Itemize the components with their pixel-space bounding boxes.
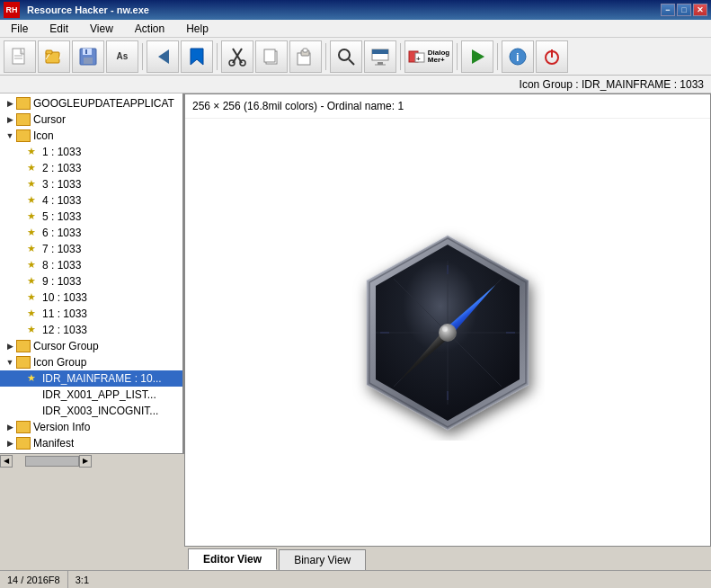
label-manifest: Manifest [33, 437, 74, 450]
tree-item-icon-7[interactable]: ★ 7 : 1033 [0, 241, 182, 257]
svg-text:i: i [516, 50, 520, 64]
tab-binary-view[interactable]: Binary View [279, 549, 366, 570]
label-icon-11: 11 : 1033 [42, 307, 87, 320]
separator-5 [457, 43, 458, 70]
leaf-icon-idr-x003 [27, 405, 40, 417]
separator-2 [217, 43, 218, 70]
tree-item-icon-5[interactable]: ★ 5 : 1033 [0, 209, 182, 225]
menu-edit[interactable]: Edit [42, 21, 76, 37]
tree-item-icon[interactable]: ▼ Icon [0, 128, 182, 144]
close-button[interactable]: ✕ [693, 4, 707, 16]
resource-button[interactable] [364, 40, 396, 73]
search-button[interactable] [330, 40, 362, 73]
tree-item-googleupdate[interactable]: ▶ GOOGLEUPDATEAPPLICAT [0, 95, 182, 111]
svg-marker-11 [158, 49, 169, 64]
back-button[interactable] [147, 40, 179, 73]
separator-3 [325, 43, 326, 70]
compass-image [340, 225, 555, 441]
label-icon: Icon [33, 129, 54, 142]
tree-item-icon-8[interactable]: ★ 8 : 1033 [0, 257, 182, 273]
expander-cursor-group[interactable]: ▶ [4, 340, 16, 352]
label-icon-2: 2 : 1033 [42, 162, 81, 174]
tree-item-icon-2[interactable]: ★ 2 : 1033 [0, 160, 182, 176]
separator-1 [142, 43, 143, 70]
label-cursor: Cursor [33, 113, 66, 126]
menu-help[interactable]: Help [179, 21, 216, 37]
tree-item-idr-mainframe[interactable]: ★ IDR_MAINFRAME : 10... [0, 370, 182, 387]
label-version-info: Version Info [33, 421, 90, 433]
tree-scroll-thumb[interactable] [25, 456, 79, 467]
folder-icon-icon-group [16, 356, 31, 369]
tree-item-version-info[interactable]: ▶ Version Info [0, 419, 182, 435]
menu-view[interactable]: View [83, 21, 120, 37]
tree-item-cursor[interactable]: ▶ Cursor [0, 111, 182, 128]
star-icon-12: ★ [27, 324, 40, 336]
tab-editor-view[interactable]: Editor View [188, 548, 277, 570]
tree-item-idr-x001[interactable]: IDR_X001_APP_LIST... [0, 387, 182, 403]
tree-item-icon-6[interactable]: ★ 6 : 1033 [0, 225, 182, 241]
svg-point-49 [442, 326, 448, 332]
label-cursor-group: Cursor Group [33, 340, 99, 352]
leaf-icon-idr-x001 [27, 388, 40, 401]
info-bar: Icon Group : IDR_MAINFRAME : 1033 [0, 76, 711, 94]
info-text: Icon Group : IDR_MAINFRAME : 1033 [520, 78, 704, 91]
svg-rect-9 [84, 58, 93, 64]
expander-manifest[interactable]: ▶ [4, 437, 16, 450]
tree-item-icon-3[interactable]: ★ 3 : 1033 [0, 176, 182, 192]
label-icon-9: 9 : 1033 [42, 275, 81, 288]
image-info: 256 × 256 (16.8mil colors) - Ordinal nam… [185, 94, 710, 119]
expander-icon-group[interactable]: ▼ [4, 356, 16, 369]
maximize-button[interactable]: □ [677, 4, 691, 16]
tree-item-icon-4[interactable]: ★ 4 : 1033 [0, 192, 182, 209]
content-panel: 256 × 256 (16.8mil colors) - Ordinal nam… [184, 94, 711, 570]
bookmark-button[interactable] [181, 40, 213, 73]
expander-cursor[interactable]: ▶ [4, 113, 16, 126]
expander-googleupdate[interactable]: ▶ [4, 97, 16, 110]
label-icon-group: Icon Group [33, 356, 86, 369]
cut-button[interactable] [221, 40, 253, 73]
minimize-button[interactable]: − [661, 4, 675, 16]
tree-panel[interactable]: ▶ GOOGLEUPDATEAPPLICAT ▶ Cursor ▼ Icon ★… [0, 94, 184, 453]
folder-icon-version-info [16, 421, 31, 433]
folder-icon-icon [16, 129, 31, 142]
info-button[interactable]: i [502, 40, 534, 73]
tab-binary-label: Binary View [294, 554, 351, 566]
tree-item-icon-11[interactable]: ★ 11 : 1033 [0, 306, 182, 322]
paste-button[interactable] [289, 40, 322, 73]
power-button[interactable] [536, 40, 568, 73]
tree-item-icon-9[interactable]: ★ 9 : 1033 [0, 273, 182, 290]
label-idr-x001: IDR_X001_APP_LIST... [42, 388, 156, 401]
tree-item-idr-x003[interactable]: IDR_X003_INCOGNIT... [0, 403, 182, 419]
image-area [185, 119, 710, 546]
run-button[interactable] [461, 40, 493, 73]
tree-scroll-right-btn[interactable]: ▶ [79, 455, 92, 468]
svg-rect-4 [46, 50, 52, 54]
menu-file[interactable]: File [4, 21, 35, 37]
tree-item-icon-1[interactable]: ★ 1 : 1033 [0, 144, 182, 160]
svg-rect-25 [372, 49, 388, 54]
dialog-merger-button[interactable]: + DialogMer+ [404, 40, 453, 73]
save-as-button[interactable]: As [106, 40, 138, 73]
tree-item-icon-group[interactable]: ▼ Icon Group [0, 354, 182, 370]
tree-scroll-left-btn[interactable]: ◀ [0, 455, 13, 468]
svg-text:+: + [416, 55, 421, 63]
tree-item-manifest[interactable]: ▶ Manifest [0, 435, 182, 451]
tree-item-cursor-group[interactable]: ▶ Cursor Group [0, 338, 182, 354]
menu-action[interactable]: Action [128, 21, 172, 37]
open-button[interactable] [38, 40, 70, 73]
tree-item-icon-10[interactable]: ★ 10 : 1033 [0, 290, 182, 306]
tree-scroll-horizontal[interactable]: ◀ ▶ [0, 453, 184, 468]
expander-icon[interactable]: ▼ [4, 129, 16, 142]
expander-version-info[interactable]: ▶ [4, 421, 16, 433]
save-button[interactable] [72, 40, 104, 73]
label-idr-x003: IDR_X003_INCOGNIT... [42, 405, 158, 417]
svg-rect-10 [85, 49, 87, 54]
star-icon-7: ★ [27, 243, 40, 255]
main-area: ▶ GOOGLEUPDATEAPPLICAT ▶ Cursor ▼ Icon ★… [0, 94, 711, 570]
image-info-text: 256 × 256 (16.8mil colors) - Ordinal nam… [192, 100, 404, 112]
copy-button[interactable] [255, 40, 288, 73]
tree-item-icon-12[interactable]: ★ 12 : 1033 [0, 322, 182, 338]
svg-point-22 [339, 49, 350, 60]
folder-icon-cursor [16, 113, 31, 126]
new-button[interactable] [4, 40, 36, 73]
